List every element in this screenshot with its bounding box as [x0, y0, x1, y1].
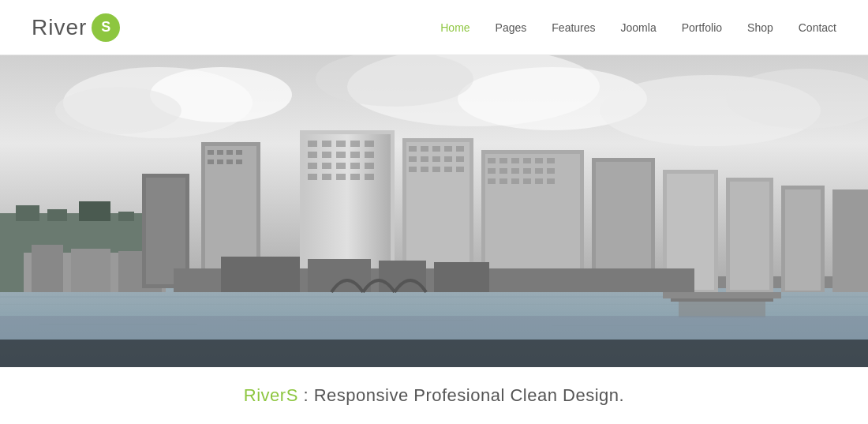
- svg-rect-73: [432, 167, 440, 172]
- svg-rect-47: [350, 152, 360, 158]
- svg-rect-66: [409, 156, 417, 162]
- tagline-section: RiverS : Responsive Profesional Clean De…: [0, 367, 868, 424]
- svg-rect-53: [365, 163, 374, 169]
- nav-joomla[interactable]: Joomla: [621, 21, 657, 34]
- svg-rect-86: [511, 168, 519, 174]
- nav-shop[interactable]: Shop: [747, 21, 773, 34]
- svg-rect-71: [409, 167, 417, 172]
- svg-rect-50: [322, 163, 331, 169]
- svg-rect-34: [217, 159, 223, 164]
- tagline: RiverS : Responsive Profesional Clean De…: [244, 385, 624, 406]
- svg-rect-33: [208, 159, 214, 164]
- svg-rect-92: [511, 178, 519, 184]
- svg-rect-72: [421, 167, 428, 172]
- svg-rect-85: [499, 168, 507, 174]
- tagline-text: Responsive Profesional Clean Design.: [314, 385, 624, 405]
- svg-rect-94: [535, 178, 543, 184]
- svg-rect-67: [421, 156, 428, 162]
- svg-rect-64: [444, 146, 452, 152]
- svg-rect-75: [456, 167, 464, 172]
- svg-rect-91: [499, 178, 507, 184]
- svg-rect-41: [336, 141, 346, 147]
- svg-rect-90: [488, 178, 496, 184]
- nav-portfolio[interactable]: Portfolio: [682, 21, 722, 34]
- svg-rect-114: [0, 340, 868, 367]
- site-header: River S Home Pages Features Joomla Portf…: [0, 0, 868, 55]
- svg-rect-79: [499, 158, 507, 163]
- svg-rect-45: [322, 152, 331, 158]
- svg-rect-62: [421, 146, 428, 152]
- tagline-separator: :: [298, 385, 314, 405]
- svg-rect-80: [511, 158, 519, 163]
- svg-rect-19: [79, 201, 110, 221]
- nav-features[interactable]: Features: [552, 21, 595, 34]
- svg-rect-103: [785, 189, 821, 291]
- svg-rect-104: [832, 189, 868, 292]
- svg-rect-40: [322, 141, 331, 147]
- svg-rect-42: [350, 141, 360, 147]
- svg-rect-109: [434, 262, 489, 292]
- svg-rect-35: [226, 159, 233, 164]
- hero-cityscape: [0, 55, 868, 367]
- svg-rect-111: [671, 298, 773, 302]
- logo[interactable]: River S: [32, 13, 120, 42]
- svg-rect-77: [485, 154, 580, 288]
- svg-rect-36: [236, 159, 242, 164]
- svg-rect-20: [118, 212, 134, 221]
- svg-rect-57: [350, 174, 360, 180]
- svg-rect-30: [217, 150, 223, 155]
- svg-rect-17: [16, 205, 39, 221]
- svg-rect-70: [456, 156, 464, 162]
- svg-rect-51: [336, 163, 346, 169]
- logo-text: River: [32, 15, 87, 40]
- svg-rect-22: [32, 245, 63, 292]
- svg-rect-32: [236, 150, 242, 155]
- svg-rect-43: [365, 141, 374, 147]
- svg-rect-78: [488, 158, 496, 163]
- svg-rect-46: [336, 152, 346, 158]
- svg-rect-95: [547, 178, 555, 184]
- svg-rect-93: [523, 178, 531, 184]
- svg-rect-106: [221, 257, 300, 292]
- main-nav: Home Pages Features Joomla Portfolio Sho…: [440, 21, 836, 34]
- svg-rect-87: [523, 168, 531, 174]
- svg-rect-108: [379, 261, 426, 292]
- svg-rect-89: [547, 168, 555, 174]
- svg-rect-44: [308, 152, 317, 158]
- svg-rect-83: [547, 158, 555, 163]
- logo-badge: S: [92, 13, 120, 42]
- svg-rect-29: [208, 150, 214, 155]
- svg-rect-101: [730, 182, 769, 290]
- hero-section: [0, 55, 868, 367]
- svg-rect-69: [444, 156, 452, 162]
- svg-rect-56: [336, 174, 346, 180]
- svg-point-3: [55, 87, 181, 134]
- svg-rect-55: [322, 174, 331, 180]
- svg-rect-65: [456, 146, 464, 152]
- svg-rect-48: [365, 152, 374, 158]
- svg-rect-31: [226, 150, 233, 155]
- svg-rect-39: [308, 141, 317, 147]
- svg-rect-84: [488, 168, 496, 174]
- svg-rect-81: [523, 158, 531, 163]
- nav-contact[interactable]: Contact: [799, 21, 836, 34]
- svg-rect-58: [365, 174, 374, 180]
- svg-rect-61: [409, 146, 417, 152]
- nav-pages[interactable]: Pages: [496, 21, 527, 34]
- svg-rect-88: [535, 168, 543, 174]
- svg-rect-107: [308, 259, 371, 292]
- svg-rect-49: [308, 163, 317, 169]
- svg-rect-68: [432, 156, 440, 162]
- svg-rect-26: [146, 178, 185, 284]
- svg-rect-52: [350, 163, 360, 169]
- svg-rect-63: [432, 146, 440, 152]
- svg-rect-112: [679, 302, 765, 317]
- svg-rect-110: [663, 292, 781, 298]
- svg-rect-18: [47, 209, 67, 221]
- svg-rect-74: [444, 167, 452, 172]
- svg-rect-54: [308, 174, 317, 180]
- nav-home[interactable]: Home: [440, 21, 470, 34]
- svg-rect-23: [71, 249, 110, 292]
- svg-rect-82: [535, 158, 543, 163]
- tagline-brand: RiverS: [244, 385, 298, 405]
